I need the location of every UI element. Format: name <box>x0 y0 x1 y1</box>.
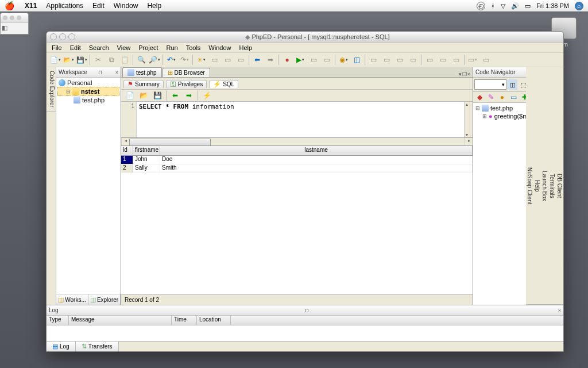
volume-icon[interactable]: 🔊 <box>511 2 519 10</box>
battery-icon[interactable]: ▭ <box>525 2 531 10</box>
menu-edit[interactable]: Edit <box>88 2 109 10</box>
cn-b2[interactable]: ✎ <box>486 91 497 103</box>
tree-project[interactable]: ⊟nstest <box>57 87 119 96</box>
sql-code[interactable]: SELECT * FROM information <box>137 102 464 137</box>
record-button[interactable]: ● <box>281 53 293 66</box>
log-col-type[interactable]: Type <box>47 316 69 325</box>
run-button[interactable]: ▶ <box>294 53 307 66</box>
col-firstname[interactable]: firstname <box>133 146 160 155</box>
codenav-dropdown[interactable]: ▾ <box>474 79 506 90</box>
pin-icon[interactable]: ⊓ <box>98 70 102 75</box>
tb14[interactable]: ▭ <box>466 53 479 66</box>
menu-search[interactable]: Search <box>85 44 113 52</box>
tab-code-explorer[interactable]: Code Explorer <box>47 67 56 112</box>
sql-run-button[interactable]: ⚡ <box>200 89 213 102</box>
menu-tools[interactable]: Tools <box>182 44 205 52</box>
open-button[interactable]: 📂 <box>62 53 75 66</box>
apple-menu-icon[interactable]: 🍎 <box>5 1 14 10</box>
back-button[interactable]: ⬅ <box>251 53 264 66</box>
tab-restore-icon[interactable]: ❐ <box>462 71 467 77</box>
app-menu-x11[interactable]: X11 <box>20 2 41 10</box>
cn-b4[interactable]: ▭ <box>508 91 519 103</box>
debug-button[interactable]: ◉ <box>337 53 350 66</box>
log-header[interactable]: Log ⊓ × <box>47 305 563 316</box>
subtab-sql[interactable]: ⚡SQL <box>209 80 238 88</box>
tab-help[interactable]: Help <box>533 67 541 305</box>
menu-view[interactable]: View <box>113 44 135 52</box>
new-button[interactable]: 📄 <box>49 53 61 66</box>
cut-button[interactable]: ✂ <box>92 53 105 66</box>
tb5[interactable]: ▭ <box>320 53 333 66</box>
tab-db-client[interactable]: DB Client <box>556 67 563 305</box>
table-row[interactable]: 1 John Doe <box>121 156 473 164</box>
close-icon[interactable]: × <box>558 308 561 313</box>
sql-open-button[interactable]: 📂 <box>137 89 150 102</box>
subtab-privileges[interactable]: ⚿Privileges <box>166 80 207 88</box>
doctab-dbbrowser[interactable]: ⊞DB Browser <box>163 68 210 77</box>
menu-run[interactable]: Run <box>162 44 181 52</box>
menu-window[interactable]: Window <box>109 2 143 10</box>
status-icon[interactable]: ◴ <box>477 2 485 10</box>
menu-file[interactable]: File <box>48 44 66 52</box>
sql-editor[interactable]: 1 SELECT * FROM information <box>121 102 473 138</box>
tb9[interactable]: ▭ <box>393 53 406 66</box>
tb13[interactable]: ▭ <box>450 53 462 66</box>
menu-applications[interactable]: Applications <box>41 2 88 10</box>
menu-project[interactable]: Project <box>134 44 162 52</box>
traffic-lights[interactable] <box>50 33 75 40</box>
tree-file[interactable]: test.php <box>57 96 119 104</box>
tb4[interactable]: ▭ <box>307 53 320 66</box>
log-col-message[interactable]: Message <box>69 316 172 325</box>
bluetooth-icon[interactable]: ᚼ <box>491 2 495 9</box>
tb15[interactable]: ▭ <box>479 53 492 66</box>
tb11[interactable]: ▭ <box>423 53 436 66</box>
vertical-scrollbar[interactable] <box>464 102 473 137</box>
tb8[interactable]: ▭ <box>380 53 393 66</box>
tab-menu-icon[interactable]: ▾ <box>459 71 462 77</box>
sql-save-button[interactable]: 💾 <box>151 89 164 102</box>
tab-nusoap-client[interactable]: NuSoap Client <box>526 67 533 305</box>
log-col-location[interactable]: Location <box>197 316 231 325</box>
spotlight-icon[interactable]: ⌕ <box>575 2 583 10</box>
forward-button[interactable]: ➡ <box>264 53 277 66</box>
redo-button[interactable]: ↷ <box>178 53 191 66</box>
sql-back-button[interactable]: ⬅ <box>169 89 181 102</box>
logtab-log[interactable]: ▤Log <box>47 342 76 351</box>
undo-button[interactable]: ↶ <box>165 53 177 66</box>
sql-forward-button[interactable]: ➡ <box>183 89 195 102</box>
tab-explorer[interactable]: ◫Explorer <box>88 294 121 305</box>
new-doc-button[interactable]: ☀ <box>195 53 207 66</box>
tb3[interactable]: ▭ <box>234 53 247 66</box>
save-button[interactable]: 💾 <box>75 53 88 66</box>
copy-button[interactable]: ⧉ <box>105 53 118 66</box>
wifi-icon[interactable]: ▽ <box>501 2 505 10</box>
tab-launch-box[interactable]: Launch Box <box>541 67 548 305</box>
subtab-summary[interactable]: ⚑Summary <box>123 80 164 88</box>
close-icon[interactable]: × <box>115 70 118 75</box>
tb7[interactable]: ▭ <box>367 53 380 66</box>
log-body[interactable] <box>47 325 563 341</box>
workspace-header[interactable]: Workspace ⊓ × <box>56 67 121 78</box>
paste-button[interactable]: 📋 <box>118 53 131 66</box>
col-lastname[interactable]: lastname <box>160 146 473 155</box>
menu-edit[interactable]: Edit <box>66 44 85 52</box>
logtab-transfers[interactable]: ⇅Transfers <box>76 342 119 351</box>
horizontal-scrollbar[interactable]: ◂ ▸ <box>121 138 473 146</box>
find-button[interactable]: 🔍 <box>135 53 148 66</box>
log-columns[interactable]: Type Message Time Location <box>47 316 563 325</box>
pin-icon[interactable]: ⊓ <box>305 308 309 313</box>
grid-header[interactable]: id firstname lastname <box>121 146 473 156</box>
cn-b3[interactable]: ● <box>497 91 508 103</box>
codenav-tb1[interactable]: ◫ <box>507 79 517 90</box>
clock[interactable]: Fri 1:38 PM <box>536 2 569 9</box>
workspace-tree[interactable]: Personal ⊟nstest test.php <box>56 78 121 294</box>
menu-help[interactable]: Help <box>235 44 256 52</box>
tree-root[interactable]: Personal <box>57 79 119 87</box>
x11-stub-window[interactable]: ◧ <box>0 13 29 34</box>
tb10[interactable]: ▭ <box>407 53 419 66</box>
tab-workspace[interactable]: ◫Works... <box>56 294 88 305</box>
tab-close-icon[interactable]: × <box>467 71 470 77</box>
results-grid[interactable]: id firstname lastname 1 John Doe 2 Sally… <box>121 146 473 294</box>
titlebar[interactable]: ◆ PhpED - Personal - [ mysql1:nuspherete… <box>47 32 563 43</box>
tab-terminals[interactable]: Terminals <box>548 67 556 305</box>
